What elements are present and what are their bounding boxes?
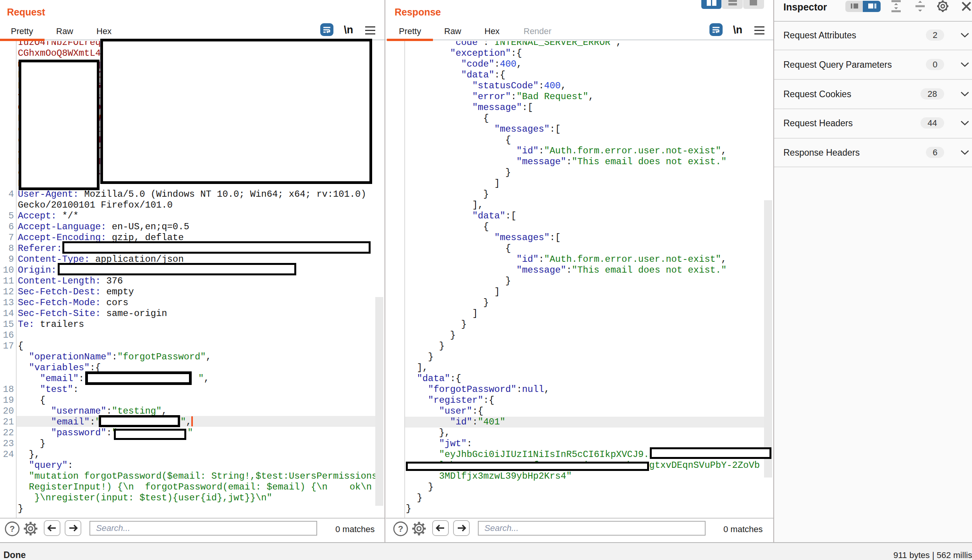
svg-text:?: ? — [10, 524, 15, 534]
svg-text:?: ? — [398, 524, 403, 534]
